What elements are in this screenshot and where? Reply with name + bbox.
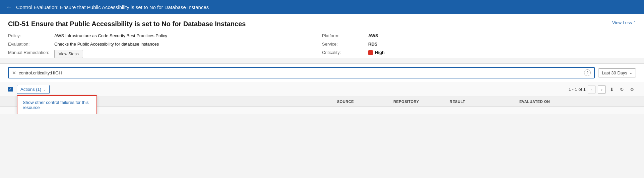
filter-bar: ✕ control.criticality:HIGH ? Last 30 Day… (0, 63, 644, 82)
evaluation-label: Evaluation: (8, 42, 52, 47)
service-label: Service: (322, 42, 366, 47)
criticality-dot-icon (368, 50, 373, 55)
pagination-area: 1 - 1 of 1 ‹ › ⬇ ↻ ⚙ (569, 85, 636, 94)
policy-row: Policy: AWS Infrastructure as Code Secur… (8, 33, 322, 38)
evaluation-value: Checks the Public Accessibility for data… (54, 42, 159, 47)
checkbox-icon[interactable]: ✓ (8, 87, 13, 92)
top-bar: ← Control Evaluation: Ensure that Public… (0, 0, 644, 14)
col-repository: REPOSITORY (393, 100, 447, 104)
criticality-row: Criticality: High (322, 50, 636, 55)
criticality-value-row: High (368, 50, 385, 55)
view-less-label: View Less (612, 20, 632, 25)
date-filter-label: Last 30 Days (602, 70, 627, 75)
top-bar-title: Control Evaluation: Ensure that Public A… (16, 4, 209, 10)
remediation-row: Manual Remediation: View Steps (8, 50, 322, 58)
remediation-label: Manual Remediation: (8, 50, 52, 55)
service-row: Service: RDS (322, 42, 636, 47)
col-actions (576, 100, 636, 104)
chevron-up-icon: ⌃ (633, 21, 636, 24)
platform-value: AWS (368, 33, 378, 38)
settings-button[interactable]: ⚙ (628, 85, 636, 94)
main-content: CID-51 Ensure that Public Accessibility … (0, 14, 644, 58)
date-filter-chevron-icon: ⌄ (629, 71, 632, 75)
show-other-failures-item[interactable]: Show other control failures for this res… (17, 96, 96, 114)
page-title-row: CID-51 Ensure that Public Accessibility … (8, 20, 636, 28)
view-steps-button[interactable]: View Steps (54, 50, 83, 58)
platform-label: Platform: (322, 33, 366, 38)
download-button[interactable]: ⬇ (608, 85, 616, 94)
policy-label: Policy: (8, 33, 52, 38)
date-filter[interactable]: Last 30 Days ⌄ (598, 68, 636, 77)
actions-label: Actions (1) (20, 87, 41, 92)
actions-dropdown-menu: Show other control failures for this res… (17, 95, 97, 114)
criticality-label: Criticality: (322, 50, 366, 55)
refresh-button[interactable]: ↻ (618, 85, 626, 94)
filter-input-wrapper[interactable]: ✕ control.criticality:HIGH ? (8, 67, 595, 78)
actions-button[interactable]: Actions (1) ⌄ (17, 85, 50, 94)
platform-row: Platform: AWS (322, 33, 636, 38)
prev-page-button[interactable]: ‹ (588, 85, 596, 94)
pagination-text: 1 - 1 of 1 (569, 87, 586, 92)
page-title: CID-51 Ensure that Public Accessibility … (8, 20, 246, 28)
filter-query-text: control.criticality:HIGH (19, 70, 581, 75)
service-value: RDS (368, 42, 377, 47)
info-left: Policy: AWS Infrastructure as Code Secur… (8, 33, 322, 58)
filter-help-icon[interactable]: ? (584, 69, 591, 76)
col-source: SOURCE (337, 100, 391, 104)
actions-chevron-icon: ⌄ (43, 87, 46, 91)
select-all-checkbox[interactable]: ✓ (8, 87, 13, 92)
filter-clear-icon[interactable]: ✕ (12, 70, 16, 75)
criticality-text: High (375, 50, 385, 55)
info-right: Platform: AWS Service: RDS Criticality: … (322, 33, 636, 58)
checkmark-icon: ✓ (9, 87, 12, 91)
actions-dropdown-container: Actions (1) ⌄ Show other control failure… (17, 85, 50, 94)
policy-value: AWS Infrastructure as Code Security Best… (54, 33, 167, 38)
view-less-link[interactable]: View Less ⌃ (612, 20, 636, 25)
info-grid: Policy: AWS Infrastructure as Code Secur… (8, 33, 636, 58)
next-page-button[interactable]: › (598, 85, 606, 94)
table-toolbar: ✓ Actions (1) ⌄ Show other control failu… (0, 82, 644, 97)
back-button[interactable]: ← (6, 4, 12, 11)
col-result: RESULT (450, 100, 517, 104)
col-evaluated-on: EVALUATED ON (519, 100, 573, 104)
evaluation-row: Evaluation: Checks the Public Accessibil… (8, 42, 322, 47)
